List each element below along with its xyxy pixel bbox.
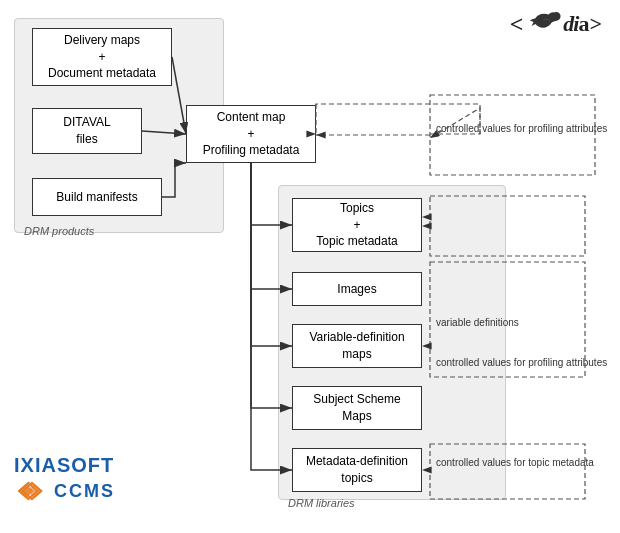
variable-def-box: Variable-definitionmaps <box>292 324 422 368</box>
dita-rest: a> <box>578 11 602 37</box>
dita-logo: < di a> <box>510 8 602 40</box>
subject-scheme-box: Subject SchemeMaps <box>292 386 422 430</box>
topics-box: Topics+Topic metadata <box>292 198 422 252</box>
images-box: Images <box>292 272 422 306</box>
ixiasoft-logo: IXIASOFT CCMS <box>14 454 115 503</box>
arrow-label-controlled-topic: controlled values for topic metadata <box>436 456 594 469</box>
arrow-label-controlled-profiling2: controlled values for profiling attribut… <box>436 356 607 369</box>
delivery-maps-box: Delivery maps+Document metadata <box>32 28 172 86</box>
drm-products-label: DRM products <box>24 225 94 237</box>
diagram-container: DRM products DRM libraries Delivery maps… <box>0 0 620 533</box>
svg-rect-5 <box>430 95 595 175</box>
dita-text: di <box>563 11 578 37</box>
content-map-box: Content map+Profiling metadata <box>186 105 316 163</box>
svg-rect-4 <box>430 96 431 97</box>
drm-libraries-label: DRM libraries <box>288 497 355 509</box>
ccms-text: CCMS <box>54 481 115 502</box>
ccms-icon <box>14 479 50 503</box>
dita-open-bracket: < <box>510 11 524 38</box>
build-manifests-box: Build manifests <box>32 178 162 216</box>
arrow-label-controlled-profiling: controlled values for profiling attribut… <box>436 122 607 135</box>
metadata-def-box: Metadata-definitiontopics <box>292 448 422 492</box>
dita-bird-icon <box>524 8 562 40</box>
ditaval-box: DITAVALfiles <box>32 108 142 154</box>
arrow-label-variable-def: variable definitions <box>436 316 519 329</box>
ixiasoft-text: IXIASOFT <box>14 454 115 477</box>
